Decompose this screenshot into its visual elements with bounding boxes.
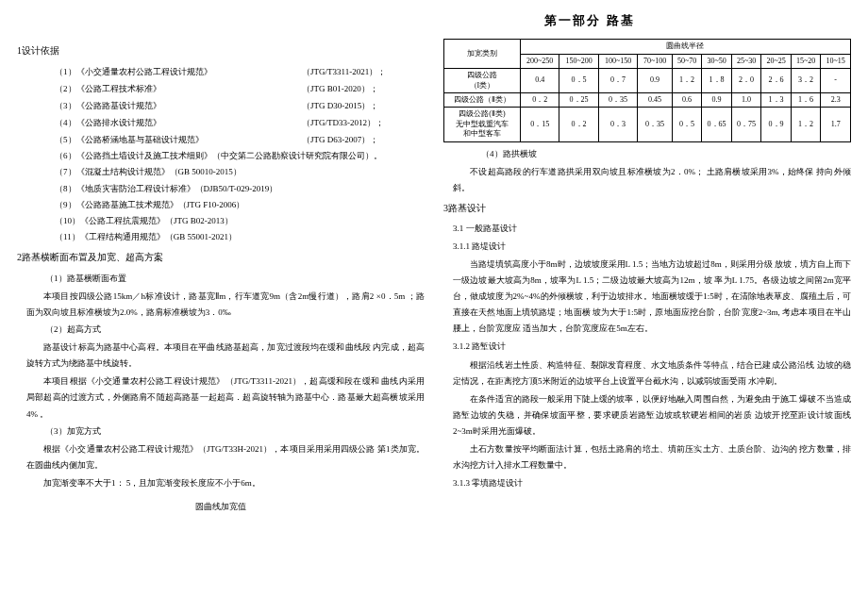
ref-item: （1）《小交通量农村公路工程设计规范》 （JTG/T3311-2021）； bbox=[55, 63, 425, 80]
heading-3-roadbed-design: 3路基设计 bbox=[443, 200, 851, 217]
table-cell: 2．0 bbox=[731, 69, 761, 93]
table-cell: 1．3 bbox=[761, 92, 792, 107]
ref-item: （9）《公路路基施工技术规范》（JTG F10-2006） bbox=[55, 197, 425, 213]
ref-item: （4）《公路排水设计规范》 （JTG/TD33-2012）； bbox=[55, 114, 425, 131]
table-header: 25~30 bbox=[731, 54, 761, 68]
paragraph: 当路堤填筑高度小于8m时，边坡坡度采用L 1.5；当地方边坡超过8m，则采用分级… bbox=[453, 257, 851, 337]
table-cell: 0．5 bbox=[672, 108, 702, 141]
table-cell: 1．8 bbox=[702, 69, 732, 93]
table-cell: 1.0 bbox=[731, 92, 761, 107]
table-cell: 0.4 bbox=[520, 69, 559, 93]
table-cell: 0．25 bbox=[559, 92, 598, 107]
ref-item: （3）《公路路基设计规范》 （JTG D30-2015）； bbox=[55, 97, 425, 114]
paragraph: 加宽渐变率不大于1： 5，且加宽渐变段长度应不小于6m。 bbox=[26, 475, 425, 491]
table-cell: 0．5 bbox=[559, 69, 598, 93]
ref-code: （JTG D63-2007）； bbox=[302, 131, 425, 148]
heading-2-cross-section: 2路基横断面布置及加宽、超高方案 bbox=[17, 249, 425, 266]
ref-label: （4）《公路排水设计规范》 bbox=[55, 114, 302, 131]
widening-table: 加宽类别 圆曲线半径 200~250 150~200 100~150 70~10… bbox=[443, 39, 851, 141]
table-header: 100~150 bbox=[598, 54, 637, 68]
ref-item: （6）《公路挡土墙设计及施工技术细则》（中交第二公路勘察设计研究院有限公司）。 bbox=[55, 148, 425, 164]
table-header: 圆曲线半径 bbox=[520, 40, 850, 54]
ref-item: （8）《地质灾害防治工程设计标准》（DJB50/T-029-2019） bbox=[55, 181, 425, 197]
table-cell: 0．65 bbox=[702, 108, 732, 141]
subheading: （2）超高方式 bbox=[45, 321, 425, 338]
table-header: 150~200 bbox=[559, 54, 598, 68]
part-title: 第一部分 路基 bbox=[328, 9, 851, 31]
table-header: 15~20 bbox=[791, 54, 821, 68]
table-header: 70~100 bbox=[638, 54, 673, 68]
table-row: 加宽类别 圆曲线半径 bbox=[444, 40, 851, 54]
table-cell: 0．35 bbox=[598, 92, 637, 107]
table-header: 10~15 bbox=[821, 54, 851, 68]
table-header: 200~250 bbox=[520, 54, 559, 68]
ref-item: （5）《公路桥涵地基与基础设计规范》 （JTG D63-2007）； bbox=[55, 131, 425, 148]
ref-label: （3）《公路路基设计规范》 bbox=[55, 97, 302, 114]
paragraph: 本项目根据《小交通量农村公路工程设计规范》（JTG/T3311-2021），超高… bbox=[26, 373, 425, 422]
table-cell: 0.45 bbox=[638, 92, 673, 107]
table-header: 加宽类别 bbox=[444, 40, 521, 69]
paragraph: 不设超高路段的行车道路拱采用双向坡且标准横坡为2．0%； 土路肩横坡采用3%，始… bbox=[453, 164, 851, 196]
subheading: 3.1.2 路堑设计 bbox=[453, 339, 851, 355]
subheading: （4）路拱横坡 bbox=[481, 146, 851, 162]
ref-code: （JTG B01-2020）； bbox=[302, 80, 425, 97]
paragraph: 根据《小交通量农村公路工程设计规范》（JTG/T33H-2021），本项目采用采… bbox=[26, 441, 425, 473]
table-cell: 0．15 bbox=[520, 108, 559, 141]
paragraph: 在条件适宜的路段一般采用下陡上缓的坡率，以便好地融入周围自然，为避免由于施工 爆… bbox=[453, 391, 851, 440]
table-header: 20~25 bbox=[761, 54, 792, 68]
table-cell: 0.9 bbox=[702, 92, 732, 107]
table-cell: 0.9 bbox=[638, 69, 673, 93]
subheading: 3.1 一般路基设计 bbox=[453, 221, 851, 237]
ref-label: （1）《小交通量农村公路工程设计规范》 bbox=[55, 63, 302, 80]
table-cell: 0.6 bbox=[672, 92, 702, 107]
subheading: （3）加宽方式 bbox=[45, 423, 425, 440]
ref-code: （JTG D30-2015）； bbox=[302, 97, 425, 114]
table-header: 30~50 bbox=[702, 54, 732, 68]
heading-1-design-basis: 1设计依据 bbox=[17, 42, 425, 59]
table-header: 50~70 bbox=[672, 54, 702, 68]
table-cell: 1．2 bbox=[672, 69, 702, 93]
page-columns: 1设计依据 （1）《小交通量农村公路工程设计规范》 （JTG/T3311-202… bbox=[17, 39, 851, 514]
table-cell: 0．75 bbox=[731, 108, 761, 141]
table-caption: 圆曲线加宽值 bbox=[17, 499, 425, 514]
ref-label: （2）《公路工程技术标准》 bbox=[55, 80, 302, 97]
table-cell: 四级公路 （I类） bbox=[444, 69, 521, 93]
ref-item: （10）《公路工程抗震规范》（JTG B02-2013） bbox=[55, 213, 425, 229]
table-cell: 1.7 bbox=[821, 108, 851, 141]
table-cell: 0．3 bbox=[598, 108, 637, 141]
table-cell: 1．6 bbox=[791, 92, 821, 107]
paragraph: 路基设计标高为路基中心高程。本项目在平曲线路基超高，加宽过渡段均在缓和曲线段 内… bbox=[26, 340, 425, 372]
subheading: 3.1.1 路堤设计 bbox=[453, 239, 851, 255]
ref-item: （11）《工程结构通用规范》（GB 55001-2021） bbox=[55, 229, 425, 245]
table-cell: 2.3 bbox=[821, 92, 851, 107]
ref-item: （2）《公路工程技术标准》 （JTG B01-2020）； bbox=[55, 80, 425, 97]
table-row: 四级公路 （I类） 0.4 0．5 0．7 0.9 1．2 1．8 2．0 2．… bbox=[444, 69, 851, 93]
right-column: 加宽类别 圆曲线半径 200~250 150~200 100~150 70~10… bbox=[443, 39, 851, 514]
table-cell: 1．2 bbox=[791, 108, 821, 141]
left-column: 1设计依据 （1）《小交通量农村公路工程设计规范》 （JTG/T3311-202… bbox=[17, 39, 425, 514]
table-cell: 2．6 bbox=[761, 69, 792, 93]
subheading: 3.1.3 零填路堤设计 bbox=[453, 475, 851, 491]
paragraph: 本项目按四级公路15km／h标准设计，路基宽Ⅱm，行车道宽9m（含2m慢行道），… bbox=[26, 289, 425, 321]
table-cell: - bbox=[821, 69, 851, 93]
ref-item: （7）《混凝土结构设计规范》（GB 50010-2015） bbox=[55, 164, 425, 180]
ref-code: （JTG/TD33-2012）； bbox=[302, 114, 425, 131]
table-cell: 3．2 bbox=[791, 69, 821, 93]
table-cell: 0．9 bbox=[761, 108, 792, 141]
table-cell: 0．2 bbox=[520, 92, 559, 107]
table-cell: 四级公路(Ⅱ类) 无中型载重汽车 和中型客车 bbox=[444, 108, 521, 141]
paragraph: 土石方数量按平均断面法计算，包括土路肩的培土、填前压实土方、土质台阶、边沟的 挖… bbox=[453, 441, 851, 473]
ref-code: （JTG/T3311-2021）； bbox=[302, 63, 425, 80]
table-row: 四级公路（Ⅱ类） 0．2 0．25 0．35 0.45 0.6 0.9 1.0 … bbox=[444, 92, 851, 107]
table-cell: 0．7 bbox=[598, 69, 637, 93]
ref-label: （5）《公路桥涵地基与基础设计规范》 bbox=[55, 131, 302, 148]
paragraph: 根据沿线岩土性质、构造特征、裂隙发育程度、水文地质条件等特点，结合已建成公路沿线… bbox=[453, 357, 851, 390]
table-cell: 四级公路（Ⅱ类） bbox=[444, 92, 521, 107]
table-cell: 0．35 bbox=[638, 108, 673, 141]
subheading: （1）路基横断面布置 bbox=[45, 270, 425, 287]
table-cell: 0．2 bbox=[559, 108, 598, 141]
